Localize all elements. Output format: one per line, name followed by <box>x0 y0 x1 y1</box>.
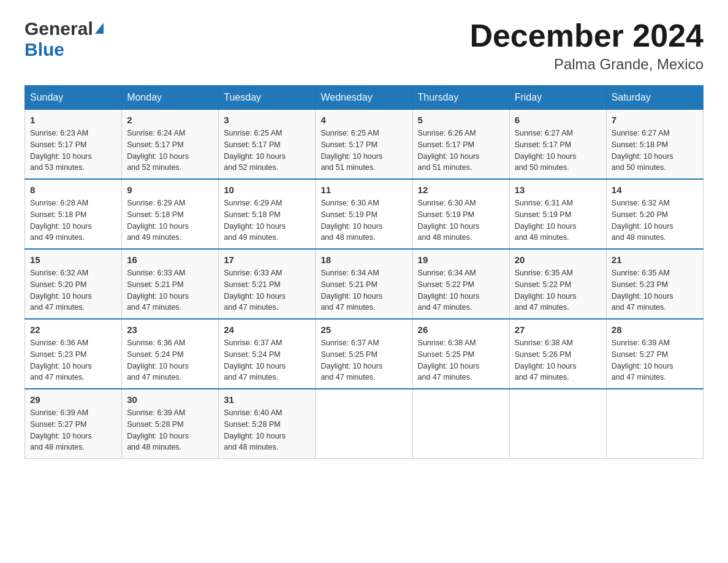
day-info: Sunrise: 6:33 AMSunset: 5:21 PMDaylight:… <box>127 267 213 313</box>
day-info: Sunrise: 6:29 AMSunset: 5:18 PMDaylight:… <box>224 197 310 243</box>
day-info: Sunrise: 6:39 AMSunset: 5:27 PMDaylight:… <box>30 407 116 453</box>
day-number: 4 <box>320 115 407 125</box>
day-info: Sunrise: 6:34 AMSunset: 5:22 PMDaylight:… <box>418 267 504 313</box>
day-info: Sunrise: 6:33 AMSunset: 5:21 PMDaylight:… <box>224 267 310 313</box>
calendar-cell: 30 Sunrise: 6:39 AMSunset: 5:28 PMDaylig… <box>122 389 219 459</box>
calendar-cell <box>412 389 509 459</box>
calendar-cell: 6 Sunrise: 6:27 AMSunset: 5:17 PMDayligh… <box>509 110 606 180</box>
calendar-cell: 11 Sunrise: 6:30 AMSunset: 5:19 PMDaylig… <box>316 179 412 249</box>
logo-general-text: General <box>25 18 93 39</box>
logo-blue-text: Blue <box>25 39 64 59</box>
calendar-cell: 2 Sunrise: 6:24 AMSunset: 5:17 PMDayligh… <box>122 110 219 180</box>
day-info: Sunrise: 6:32 AMSunset: 5:20 PMDaylight:… <box>30 267 116 313</box>
calendar-cell <box>509 389 606 459</box>
calendar-cell: 15 Sunrise: 6:32 AMSunset: 5:20 PMDaylig… <box>25 249 122 319</box>
day-number: 26 <box>418 324 504 335</box>
col-saturday: Saturday <box>606 86 703 110</box>
day-number: 28 <box>612 324 698 335</box>
day-number: 18 <box>320 255 407 265</box>
calendar-cell: 20 Sunrise: 6:35 AMSunset: 5:22 PMDaylig… <box>509 249 606 319</box>
calendar-cell: 19 Sunrise: 6:34 AMSunset: 5:22 PMDaylig… <box>412 249 509 319</box>
calendar-cell <box>606 389 703 459</box>
day-info: Sunrise: 6:30 AMSunset: 5:19 PMDaylight:… <box>418 197 504 243</box>
day-number: 10 <box>224 185 310 195</box>
day-number: 30 <box>127 394 213 405</box>
page-header: General Blue December 2024 Palma Grande,… <box>25 18 703 73</box>
calendar-cell: 13 Sunrise: 6:31 AMSunset: 5:19 PMDaylig… <box>509 179 606 249</box>
col-tuesday: Tuesday <box>219 86 316 110</box>
day-info: Sunrise: 6:32 AMSunset: 5:20 PMDaylight:… <box>612 197 698 243</box>
day-number: 1 <box>30 115 116 125</box>
calendar-week-row: 29 Sunrise: 6:39 AMSunset: 5:27 PMDaylig… <box>25 389 703 459</box>
day-info: Sunrise: 6:37 AMSunset: 5:24 PMDaylight:… <box>224 337 310 383</box>
calendar-cell: 3 Sunrise: 6:25 AMSunset: 5:17 PMDayligh… <box>219 110 316 180</box>
calendar-cell: 28 Sunrise: 6:39 AMSunset: 5:27 PMDaylig… <box>606 319 703 389</box>
calendar-cell: 17 Sunrise: 6:33 AMSunset: 5:21 PMDaylig… <box>219 249 316 319</box>
day-info: Sunrise: 6:24 AMSunset: 5:17 PMDaylight:… <box>127 128 213 174</box>
day-info: Sunrise: 6:25 AMSunset: 5:17 PMDaylight:… <box>320 128 407 174</box>
col-friday: Friday <box>509 86 606 110</box>
day-number: 15 <box>30 255 116 265</box>
day-info: Sunrise: 6:23 AMSunset: 5:17 PMDaylight:… <box>30 128 116 174</box>
day-info: Sunrise: 6:31 AMSunset: 5:19 PMDaylight:… <box>515 197 601 243</box>
day-info: Sunrise: 6:38 AMSunset: 5:26 PMDaylight:… <box>515 337 601 383</box>
calendar-cell: 9 Sunrise: 6:29 AMSunset: 5:18 PMDayligh… <box>122 179 219 249</box>
day-number: 23 <box>127 324 213 335</box>
day-info: Sunrise: 6:35 AMSunset: 5:23 PMDaylight:… <box>612 267 698 313</box>
day-info: Sunrise: 6:30 AMSunset: 5:19 PMDaylight:… <box>320 197 407 243</box>
calendar-week-row: 1 Sunrise: 6:23 AMSunset: 5:17 PMDayligh… <box>25 110 703 180</box>
day-number: 24 <box>224 324 310 335</box>
day-info: Sunrise: 6:34 AMSunset: 5:21 PMDaylight:… <box>320 267 407 313</box>
calendar-week-row: 8 Sunrise: 6:28 AMSunset: 5:18 PMDayligh… <box>25 179 703 249</box>
day-info: Sunrise: 6:39 AMSunset: 5:27 PMDaylight:… <box>612 337 698 383</box>
day-number: 31 <box>224 394 310 405</box>
day-number: 8 <box>30 185 116 195</box>
day-number: 29 <box>30 394 116 405</box>
day-info: Sunrise: 6:35 AMSunset: 5:22 PMDaylight:… <box>515 267 601 313</box>
day-info: Sunrise: 6:40 AMSunset: 5:28 PMDaylight:… <box>224 407 310 453</box>
day-number: 5 <box>418 115 504 125</box>
calendar-cell: 23 Sunrise: 6:36 AMSunset: 5:24 PMDaylig… <box>122 319 219 389</box>
day-number: 27 <box>515 324 601 335</box>
calendar-cell <box>316 389 412 459</box>
day-info: Sunrise: 6:27 AMSunset: 5:17 PMDaylight:… <box>515 128 601 174</box>
calendar-cell: 12 Sunrise: 6:30 AMSunset: 5:19 PMDaylig… <box>412 179 509 249</box>
day-number: 7 <box>612 115 698 125</box>
month-title: December 2024 <box>469 18 703 53</box>
day-info: Sunrise: 6:36 AMSunset: 5:24 PMDaylight:… <box>127 337 213 383</box>
day-number: 25 <box>320 324 407 335</box>
calendar-week-row: 22 Sunrise: 6:36 AMSunset: 5:23 PMDaylig… <box>25 319 703 389</box>
calendar-week-row: 15 Sunrise: 6:32 AMSunset: 5:20 PMDaylig… <box>25 249 703 319</box>
day-number: 2 <box>127 115 213 125</box>
title-section: December 2024 Palma Grande, Mexico <box>469 18 703 73</box>
calendar-cell: 22 Sunrise: 6:36 AMSunset: 5:23 PMDaylig… <box>25 319 122 389</box>
day-number: 11 <box>320 185 407 195</box>
day-number: 22 <box>30 324 116 335</box>
day-number: 16 <box>127 255 213 265</box>
calendar-cell: 1 Sunrise: 6:23 AMSunset: 5:17 PMDayligh… <box>25 110 122 180</box>
calendar-cell: 7 Sunrise: 6:27 AMSunset: 5:18 PMDayligh… <box>606 110 703 180</box>
day-number: 3 <box>224 115 310 125</box>
day-info: Sunrise: 6:29 AMSunset: 5:18 PMDaylight:… <box>127 197 213 243</box>
calendar-cell: 5 Sunrise: 6:26 AMSunset: 5:17 PMDayligh… <box>412 110 509 180</box>
calendar-cell: 18 Sunrise: 6:34 AMSunset: 5:21 PMDaylig… <box>316 249 412 319</box>
calendar-cell: 21 Sunrise: 6:35 AMSunset: 5:23 PMDaylig… <box>606 249 703 319</box>
day-info: Sunrise: 6:26 AMSunset: 5:17 PMDaylight:… <box>418 128 504 174</box>
day-info: Sunrise: 6:25 AMSunset: 5:17 PMDaylight:… <box>224 128 310 174</box>
day-number: 12 <box>418 185 504 195</box>
logo: General Blue <box>25 18 104 60</box>
calendar-cell: 24 Sunrise: 6:37 AMSunset: 5:24 PMDaylig… <box>219 319 316 389</box>
calendar-cell: 26 Sunrise: 6:38 AMSunset: 5:25 PMDaylig… <box>412 319 509 389</box>
day-number: 14 <box>612 185 698 195</box>
day-number: 19 <box>418 255 504 265</box>
col-wednesday: Wednesday <box>316 86 412 110</box>
calendar-cell: 16 Sunrise: 6:33 AMSunset: 5:21 PMDaylig… <box>122 249 219 319</box>
calendar-cell: 31 Sunrise: 6:40 AMSunset: 5:28 PMDaylig… <box>219 389 316 459</box>
calendar-cell: 25 Sunrise: 6:37 AMSunset: 5:25 PMDaylig… <box>316 319 412 389</box>
days-of-week-row: Sunday Monday Tuesday Wednesday Thursday… <box>25 86 703 110</box>
col-monday: Monday <box>122 86 219 110</box>
day-info: Sunrise: 6:37 AMSunset: 5:25 PMDaylight:… <box>320 337 407 383</box>
calendar-cell: 10 Sunrise: 6:29 AMSunset: 5:18 PMDaylig… <box>219 179 316 249</box>
col-sunday: Sunday <box>25 86 122 110</box>
day-info: Sunrise: 6:38 AMSunset: 5:25 PMDaylight:… <box>418 337 504 383</box>
